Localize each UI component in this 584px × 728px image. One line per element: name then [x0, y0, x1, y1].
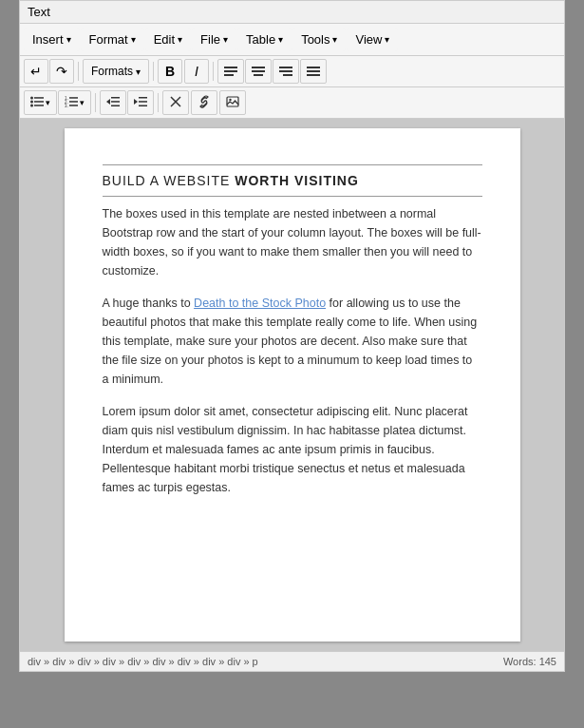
align-justify-icon	[307, 67, 320, 76]
panel-title-text: Text	[28, 5, 50, 19]
svg-rect-1	[34, 97, 44, 99]
svg-rect-17	[139, 97, 147, 99]
align-center-button[interactable]	[245, 59, 272, 84]
svg-line-22	[203, 100, 206, 103]
word-count: Words: 145	[503, 656, 556, 667]
editor-area: BUILD A WEBSITE WORTH VISITING The boxes…	[20, 119, 564, 651]
increase-indent-icon	[134, 96, 147, 110]
align-left-button[interactable]	[217, 59, 244, 84]
bottom-divider	[103, 196, 482, 197]
breadcrumb: div » div » div » div » div » div » div …	[28, 656, 258, 667]
image-icon	[226, 95, 239, 111]
ordered-list-dropdown-icon: ▾	[80, 98, 85, 107]
panel-title: Text	[20, 1, 564, 24]
menu-format[interactable]: Format	[81, 28, 144, 51]
bold-icon: B	[165, 64, 175, 79]
separator-5	[158, 93, 159, 112]
decrease-indent-button[interactable]	[100, 90, 126, 115]
menu-bar: Insert Format Edit File Table Tools View	[20, 24, 564, 56]
page-title-normal: BUILD A WEBSITE	[103, 173, 235, 188]
align-right-button[interactable]	[273, 59, 299, 84]
separator-3	[213, 62, 214, 81]
status-bar: div » div » div » div » div » div » div …	[20, 651, 564, 671]
svg-rect-18	[139, 101, 147, 103]
paragraph-2: A huge thanks to Death to the Stock Phot…	[103, 294, 482, 389]
formats-dropdown[interactable]: Formats	[83, 59, 149, 84]
ordered-list-icon: 1. 2. 3.	[65, 96, 78, 110]
align-center-icon	[252, 67, 265, 76]
redo-button[interactable]: ↷	[49, 59, 74, 84]
indent-group	[100, 90, 154, 115]
menu-view[interactable]: View	[347, 28, 398, 51]
decrease-indent-icon	[106, 96, 120, 110]
text-editor-panel: Text Insert Format Edit File Table Tools…	[19, 0, 565, 672]
svg-point-4	[30, 104, 33, 106]
svg-rect-23	[227, 97, 238, 106]
menu-insert[interactable]: Insert	[24, 28, 80, 51]
separator-1	[78, 62, 79, 81]
redo-icon: ↷	[56, 64, 67, 79]
italic-button[interactable]: I	[184, 59, 209, 84]
menu-file[interactable]: File	[192, 28, 236, 51]
align-group	[217, 59, 327, 84]
unordered-list-icon	[30, 96, 44, 110]
separator-2	[153, 62, 154, 81]
svg-rect-7	[69, 97, 78, 99]
svg-marker-12	[106, 99, 110, 105]
toolbar-row-1: ↵ ↷ Formats B I	[20, 56, 564, 87]
undo-button[interactable]: ↵	[24, 59, 48, 84]
svg-rect-13	[111, 97, 120, 99]
svg-rect-15	[111, 105, 120, 106]
menu-table[interactable]: Table	[237, 28, 292, 51]
remove-format-button[interactable]	[162, 90, 189, 115]
toolbar-row-2: ▾ 1. 2. 3. ▾	[20, 87, 564, 119]
svg-point-24	[229, 98, 231, 100]
align-right-icon	[279, 67, 292, 76]
svg-point-0	[30, 96, 33, 99]
bold-button[interactable]: B	[158, 59, 182, 84]
paragraph-3: Lorem ipsum dolor sit amet, consectetur …	[103, 402, 482, 497]
svg-point-2	[30, 100, 33, 103]
remove-format-icon	[169, 95, 182, 111]
svg-rect-11	[69, 105, 78, 106]
menu-edit[interactable]: Edit	[145, 28, 191, 51]
paragraph-2-after: for allowing us to use the beautiful pho…	[103, 297, 478, 386]
image-button[interactable]	[219, 90, 246, 115]
align-left-icon	[224, 67, 237, 76]
undo-icon: ↵	[30, 64, 42, 79]
increase-indent-button[interactable]	[127, 90, 154, 115]
svg-rect-9	[69, 101, 78, 103]
link-button[interactable]	[191, 90, 217, 115]
svg-marker-16	[134, 99, 138, 105]
stock-photo-link[interactable]: Death to the Stock Photo	[194, 297, 326, 310]
page-title: BUILD A WEBSITE WORTH VISITING	[103, 173, 482, 188]
svg-rect-14	[111, 101, 120, 103]
svg-rect-3	[34, 101, 44, 103]
ordered-list-button[interactable]: 1. 2. 3. ▾	[58, 90, 91, 115]
italic-icon: I	[195, 64, 198, 79]
page-title-bold: WORTH VISITING	[235, 173, 359, 188]
svg-rect-19	[139, 105, 147, 106]
svg-text:3.: 3.	[65, 104, 68, 107]
svg-rect-5	[34, 105, 44, 106]
undo-redo-group: ↵ ↷	[24, 59, 74, 84]
top-divider	[103, 164, 482, 165]
list-group: ▾ 1. 2. 3. ▾	[24, 90, 91, 115]
menu-tools[interactable]: Tools	[292, 28, 346, 51]
paragraph-1: The boxes used in this template are nest…	[103, 204, 482, 280]
formats-label: Formats	[91, 65, 133, 78]
link-icon	[198, 95, 211, 111]
unordered-list-dropdown-icon: ▾	[46, 98, 50, 107]
paragraph-2-before: A huge thanks to	[103, 297, 195, 310]
unordered-list-button[interactable]: ▾	[24, 90, 57, 115]
editor-page[interactable]: BUILD A WEBSITE WORTH VISITING The boxes…	[65, 128, 520, 642]
align-justify-button[interactable]	[300, 59, 327, 84]
separator-4	[95, 93, 96, 112]
